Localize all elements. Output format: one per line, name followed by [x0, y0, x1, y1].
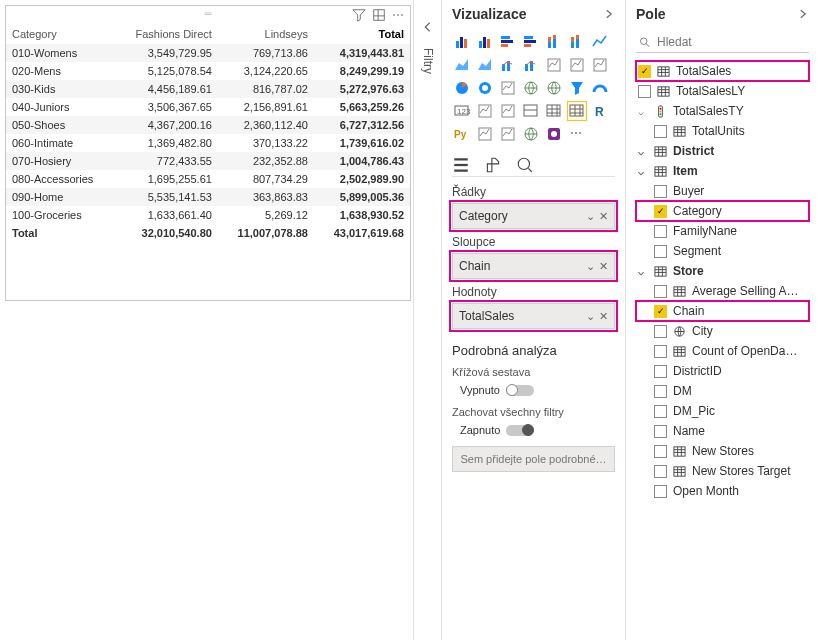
- viz-type-card[interactable]: 123: [452, 101, 472, 121]
- table-row[interactable]: 040-Juniors3,506,367.652,156,891.615,663…: [6, 98, 410, 116]
- checkbox[interactable]: [654, 285, 667, 298]
- table-row[interactable]: 070-Hosiery772,433.55232,352.881,004,786…: [6, 152, 410, 170]
- viz-type-kv[interactable]: [475, 124, 495, 144]
- field-chain[interactable]: ✓Chain: [636, 301, 809, 321]
- viz-type-bars-h2[interactable]: [521, 32, 541, 52]
- fields-search[interactable]: [636, 32, 809, 53]
- table-row[interactable]: 010-Womens3,549,729.95769,713.864,319,44…: [6, 44, 410, 62]
- viz-type-donut[interactable]: [475, 78, 495, 98]
- viz-type-area[interactable]: [452, 55, 472, 75]
- field-totalsalesly[interactable]: TotalSalesLY: [636, 81, 809, 101]
- field-averagesellinga[interactable]: Average Selling A…: [636, 281, 809, 301]
- viz-type-ribbon[interactable]: [544, 55, 564, 75]
- viz-type-combo[interactable]: [498, 55, 518, 75]
- table-row[interactable]: 030-Kids4,456,189.61816,787.025,272,976.…: [6, 80, 410, 98]
- chevron-down-icon[interactable]: ⌄: [586, 260, 595, 273]
- viz-type-q[interactable]: [498, 124, 518, 144]
- viz-type-bars-h[interactable]: [498, 32, 518, 52]
- keep-filters-toggle[interactable]: [506, 425, 534, 436]
- expand-icon[interactable]: ⌵: [638, 106, 648, 117]
- field-dmpic[interactable]: DM_Pic: [636, 401, 809, 421]
- more-icon[interactable]: ⋯: [392, 8, 406, 22]
- viz-type-bars-stack2[interactable]: [567, 32, 587, 52]
- viz-type-map2[interactable]: [544, 78, 564, 98]
- field-totalsalesty[interactable]: ⌵TotalSalesTY: [636, 101, 809, 121]
- filters-pane-collapsed[interactable]: Filtry: [413, 0, 441, 640]
- table-row[interactable]: 050-Shoes4,367,200.162,360,112.406,727,3…: [6, 116, 410, 134]
- matrix-visual[interactable]: ═ ⋯ CategoryFashions DirectLindseysTotal…: [5, 5, 411, 301]
- drag-handle-icon[interactable]: ═: [204, 8, 211, 19]
- chevron-down-icon[interactable]: ⌄: [586, 210, 595, 223]
- remove-icon[interactable]: ✕: [599, 310, 608, 323]
- analytics-tab-icon[interactable]: [516, 156, 534, 174]
- rows-well[interactable]: Category ⌄✕: [452, 203, 615, 229]
- chevron-down-icon[interactable]: ⌄: [586, 310, 595, 323]
- checkbox[interactable]: [654, 445, 667, 458]
- checkbox[interactable]: [654, 425, 667, 438]
- checkbox[interactable]: [654, 465, 667, 478]
- checkbox[interactable]: [654, 245, 667, 258]
- expand-icon[interactable]: ⌵: [638, 266, 648, 277]
- viz-type-kpi[interactable]: [498, 101, 518, 121]
- viz-type-table[interactable]: [544, 101, 564, 121]
- viz-type-funnel[interactable]: [567, 78, 587, 98]
- checkbox[interactable]: [654, 405, 667, 418]
- remove-icon[interactable]: ✕: [599, 210, 608, 223]
- field-segment[interactable]: Segment: [636, 241, 809, 261]
- table-row[interactable]: 020-Mens5,125,078.543,124,220.658,249,29…: [6, 62, 410, 80]
- viz-type-cards[interactable]: [475, 101, 495, 121]
- vals-well[interactable]: TotalSales ⌄✕: [452, 303, 615, 329]
- viz-type-pie[interactable]: [452, 78, 472, 98]
- filter-icon[interactable]: [352, 8, 366, 22]
- report-canvas[interactable]: ═ ⋯ CategoryFashions DirectLindseysTotal…: [0, 0, 413, 640]
- table-row[interactable]: 060-Intimate1,369,482.80370,133.221,739,…: [6, 134, 410, 152]
- viz-type-map[interactable]: [521, 78, 541, 98]
- table-row[interactable]: 090-Home5,535,141.53363,863.835,899,005.…: [6, 188, 410, 206]
- table-district[interactable]: ⌵District: [636, 141, 809, 161]
- viz-type-bars-v2[interactable]: [475, 32, 495, 52]
- viz-type-area2[interactable]: [475, 55, 495, 75]
- expand-icon[interactable]: ⌵: [638, 146, 648, 157]
- viz-type-r[interactable]: R: [590, 101, 610, 121]
- total-row[interactable]: Total32,010,540.8011,007,078.8843,017,61…: [6, 224, 410, 242]
- checkbox[interactable]: ✓: [654, 205, 667, 218]
- field-countofopenda[interactable]: Count of OpenDa…: [636, 341, 809, 361]
- viz-type-line[interactable]: [590, 32, 610, 52]
- field-districtid[interactable]: DistrictID: [636, 361, 809, 381]
- viz-type-scatter[interactable]: [590, 55, 610, 75]
- collapse-icon[interactable]: [421, 20, 435, 34]
- viz-type-matrix[interactable]: [567, 101, 587, 121]
- cross-report-toggle[interactable]: [506, 385, 534, 396]
- checkbox[interactable]: ✓: [638, 65, 651, 78]
- viz-type-more[interactable]: ⋯: [567, 124, 587, 144]
- col-header[interactable]: Total: [314, 24, 410, 44]
- field-buyer[interactable]: Buyer: [636, 181, 809, 201]
- checkbox[interactable]: [654, 225, 667, 238]
- checkbox[interactable]: [654, 325, 667, 338]
- checkbox[interactable]: ✓: [654, 305, 667, 318]
- checkbox[interactable]: [638, 85, 651, 98]
- cols-well[interactable]: Chain ⌄✕: [452, 253, 615, 279]
- search-input[interactable]: [657, 35, 807, 49]
- checkbox[interactable]: [654, 125, 667, 138]
- viz-type-py[interactable]: Py: [452, 124, 472, 144]
- field-name[interactable]: Name: [636, 421, 809, 441]
- table-row[interactable]: 080-Accessories1,695,255.61807,734.292,5…: [6, 170, 410, 188]
- field-totalsales[interactable]: ✓TotalSales: [636, 61, 809, 81]
- field-city[interactable]: City: [636, 321, 809, 341]
- format-tab-icon[interactable]: [484, 156, 502, 174]
- table-row[interactable]: 100-Groceries1,633,661.405,269.121,638,9…: [6, 206, 410, 224]
- viz-type-bars-stack[interactable]: [544, 32, 564, 52]
- checkbox[interactable]: [654, 385, 667, 398]
- expand-icon[interactable]: ⌵: [638, 166, 648, 177]
- col-header[interactable]: Fashions Direct: [115, 24, 218, 44]
- focus-icon[interactable]: [372, 8, 386, 22]
- viz-type-tree[interactable]: [498, 78, 518, 98]
- field-newstores[interactable]: New Stores: [636, 441, 809, 461]
- chevron-right-icon[interactable]: [603, 8, 615, 20]
- col-header[interactable]: Category: [6, 24, 115, 44]
- chevron-right-icon[interactable]: [797, 8, 809, 20]
- viz-type-waterfall[interactable]: [567, 55, 587, 75]
- viz-type-gauge[interactable]: [590, 78, 610, 98]
- field-dm[interactable]: DM: [636, 381, 809, 401]
